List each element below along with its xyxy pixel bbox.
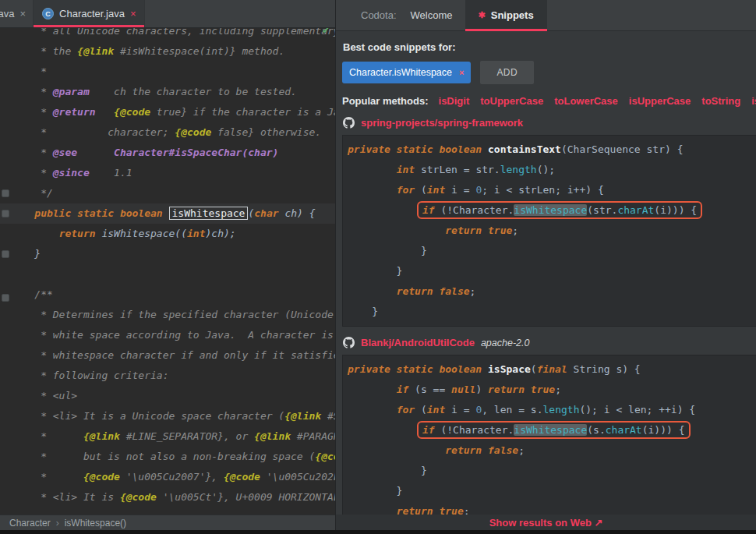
popular-methods: isDigittoUpperCasetoLowerCaseisUpperCase… [439,95,756,107]
tab-welcome[interactable]: Welcome [411,9,453,21]
panel-footer: Show results on Web ↗ [336,515,756,530]
chevron-right-icon: › [56,518,59,529]
code-line: return false; [348,281,756,302]
code-line: private static boolean isSpace(final Str… [348,359,756,380]
query-chip-label: Character.isWhitespace [349,67,452,78]
code-line: * {@code '\u005Cu2007'}, {@code '\u005Cu… [10,467,335,487]
editor-code: * all Unicode characters, including supp… [0,28,335,507]
tab-label: .java [0,8,14,19]
ide-window: .java × C Character.java × * all Unicode… [0,0,756,534]
code-line: return true; [348,221,756,241]
code-line: public static boolean isWhitespace(char … [0,203,335,224]
snippet-header: spring-projects/spring-framework [343,117,756,129]
breadcrumb-method[interactable]: isWhitespace() [65,518,126,529]
close-icon[interactable]: × [459,68,464,77]
popular-method-link[interactable]: toString [701,95,740,107]
editor-tab-bar: .java × C Character.java × [0,0,335,28]
tab-other-java-file[interactable]: .java × [0,0,34,27]
code-line: } [348,302,756,322]
code-line: * character; {@code false} otherwise. [10,122,335,143]
popular-method-link[interactable]: toUpperCase [480,95,543,107]
code-line: return false; [348,440,756,461]
code-line: if (s == null) return true; [348,380,756,400]
close-icon[interactable]: × [130,8,136,19]
code-line: } [348,481,756,501]
snippet-highlight-box: if (!Character.isWhitespace(s.charAt(i))… [417,421,691,439]
code-line: * Determines if the specified character … [10,305,335,325]
code-line: * white space according to Java. A chara… [10,325,335,345]
snippets-panel-body: Best code snippets for: Character.isWhit… [336,32,756,515]
fold-marker-icon[interactable] [2,189,9,197]
codota-panel: Codota: Welcome ✱ Snippets Best code sni… [335,0,756,534]
code-line: * @return {@code true} if the character … [10,102,335,122]
repo-link[interactable]: spring-projects/spring-framework [361,117,523,129]
code-line: * @see Character#isSpaceChar(char) [10,143,335,163]
github-icon [343,337,355,348]
popular-method-link[interactable]: isLetter [751,95,756,107]
code-line: * the {@link #isWhitespace(int)} method. [10,41,335,62]
snippet-header: Blankj/AndroidUtilCode apache-2.0 [343,337,756,348]
code-line: if (!Character.isWhitespace(s.charAt(i))… [348,420,756,440]
code-line: return isWhitespace((int)ch); [10,224,335,244]
code-line: * but is not also a non-breaking space (… [10,447,335,467]
codota-logo-icon: ✱ [479,10,486,20]
snippet-result: spring-projects/spring-framework private… [342,117,756,327]
code-line: /** [10,285,335,305]
fold-marker-icon[interactable] [2,294,9,302]
code-line: } [348,461,756,481]
code-line: if (!Character.isWhitespace(str.charAt(i… [348,200,756,221]
code-line: * {@link #LINE_SEPARATOR}, or {@link #PA… [10,426,335,447]
show-results-on-web-link[interactable]: Show results on Web ↗ [489,517,603,529]
tab-snippets[interactable]: ✱ Snippets [465,0,547,31]
code-line: * @since 1.1 [10,163,335,183]
code-line: * <li> It is {@code '\u005Ct'}, U+0009 H… [10,487,335,507]
code-line: for (int i = 0, len = s.length(); i < le… [348,400,756,420]
code-line: * all Unicode characters, including supp… [10,28,335,41]
plugin-title: Codota: [361,9,397,21]
snippet-result: Blankj/AndroidUtilCode apache-2.0 privat… [342,337,756,515]
snippet-highlight-box: if (!Character.isWhitespace(str.charAt(i… [417,201,702,219]
code-line: * <li> It is a Unicode space character (… [10,406,335,426]
code-line: for (int i = 0; i < strLen; i++) { [348,180,756,200]
inspections-ok-icon[interactable]: ✔ [322,28,330,36]
popular-method-link[interactable]: isUpperCase [629,95,691,107]
code-line: } [10,244,335,264]
license-label: apache-2.0 [481,338,530,348]
code-snippet[interactable]: private static boolean containsText(Char… [342,135,756,327]
code-line: return true; [348,501,756,515]
window-edge [0,530,756,534]
breadcrumb: Character › isWhitespace() [0,515,335,530]
popular-methods-label: Popular methods: [342,95,429,107]
popular-methods-row: Popular methods: isDigittoUpperCasetoLow… [342,95,756,107]
java-class-icon: C [42,8,54,19]
code-line: * @param ch the character to be tested. [10,82,335,102]
editor-pane: .java × C Character.java × * all Unicode… [0,0,335,534]
breadcrumb-class[interactable]: Character [9,518,51,529]
repo-link[interactable]: Blankj/AndroidUtilCode [361,337,475,348]
code-line: int strLen = str.length(); [348,160,756,180]
popular-method-link[interactable]: isDigit [439,95,470,107]
fold-marker-icon[interactable] [2,250,9,258]
close-icon[interactable]: × [19,8,26,19]
code-line: * [10,62,335,82]
codota-tab-bar: Codota: Welcome ✱ Snippets [336,0,756,31]
code-snippet[interactable]: private static boolean isSpace(final Str… [342,355,756,515]
code-line: } [348,241,756,261]
best-snippets-heading: Best code snippets for: [343,41,756,53]
code-line: * following criteria: [10,366,335,386]
code-editor[interactable]: * all Unicode characters, including supp… [0,28,335,515]
query-chip[interactable]: Character.isWhitespace × [342,62,471,83]
code-line [10,264,335,285]
tab-label: Character.java [59,8,125,19]
github-icon [343,117,355,129]
code-line: */ [10,183,335,203]
code-line: private static boolean containsText(Char… [348,140,756,160]
code-line: } [348,261,756,281]
add-button[interactable]: ADD [480,61,534,84]
code-line: * whitespace character if and only if it… [10,345,335,366]
tab-character-java[interactable]: C Character.java × [34,0,145,27]
tab-label: Snippets [491,9,534,21]
query-chip-row: Character.isWhitespace × ADD [342,61,756,84]
fold-marker-icon[interactable] [2,210,9,217]
popular-method-link[interactable]: toLowerCase [554,95,618,107]
